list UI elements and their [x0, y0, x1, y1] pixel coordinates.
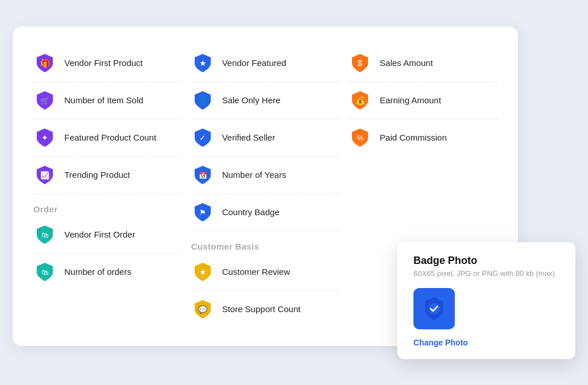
customer-review-label: Customer Review [222, 267, 290, 277]
list-item[interactable]: ★ Customer Review [191, 254, 340, 291]
verified-seller-icon: ✓ [191, 126, 214, 149]
number-of-years-label: Number of Years [222, 170, 287, 180]
change-photo-link[interactable]: Change Photo [413, 338, 468, 347]
list-item[interactable]: ⚑ Country Badge [191, 194, 340, 231]
list-item[interactable]: 🛒 Number of Item Sold [33, 82, 182, 119]
svg-text:✓: ✓ [199, 133, 206, 142]
badge-photo-card: Badge Photo 60X65 pixel, JPG or PNG with… [397, 242, 575, 359]
trending-product-label: Trending Product [64, 170, 130, 180]
featured-product-count-label: Featured Product Count [64, 133, 156, 142]
paid-commission-icon: % [349, 126, 372, 149]
vendor-featured-label: Vendor Featured [222, 58, 287, 68]
list-item[interactable]: 👤 Sale Only Here [191, 82, 340, 119]
list-item[interactable]: % Paid Commission [349, 119, 497, 156]
svg-text:🛍: 🛍 [41, 268, 49, 277]
svg-text:✦: ✦ [41, 133, 48, 142]
badge-photo-title: Badge Photo [413, 255, 559, 267]
number-of-orders-icon: 🛍 [33, 260, 56, 283]
paid-commission-label: Paid Commission [380, 133, 447, 142]
svg-text:⚑: ⚑ [199, 208, 206, 217]
badge-photo-subtitle: 60X65 pixel, JPG or PNG with 80 kb (max) [413, 269, 559, 278]
vendor-featured-icon: ★ [191, 52, 214, 75]
list-item[interactable]: 🎁 Vendor First Product [33, 45, 182, 82]
svg-text:📅: 📅 [198, 171, 207, 180]
svg-text:📈: 📈 [40, 170, 50, 180]
number-of-item-sold-label: Number of Item Sold [64, 95, 144, 105]
customer-review-icon: ★ [191, 260, 214, 283]
svg-text:🎁: 🎁 [40, 59, 51, 68]
order-section-title: Order [33, 204, 182, 214]
sale-only-here-label: Sale Only Here [222, 95, 281, 105]
list-item[interactable]: 🛍 Vendor First Order [33, 216, 182, 254]
earning-amount-icon: 💰 [349, 89, 372, 112]
svg-text:💬: 💬 [198, 305, 208, 314]
list-item[interactable]: 🛍 Number of orders [33, 254, 182, 290]
number-of-orders-label: Number of orders [64, 267, 131, 277]
country-badge-icon: ⚑ [191, 201, 214, 224]
vendor-first-product-label: Vendor First Product [64, 58, 143, 68]
svg-text:$: $ [358, 59, 362, 68]
svg-text:%: % [357, 134, 364, 142]
svg-text:👤: 👤 [198, 96, 208, 106]
svg-text:★: ★ [199, 267, 206, 277]
vendor-first-order-label: Vendor First Order [64, 230, 135, 239]
badge-photo-preview [413, 288, 455, 329]
column-1: 🎁 Vendor First Product 🛒 Number of Item … [33, 45, 182, 328]
list-item[interactable]: 📈 Trending Product [33, 157, 182, 194]
list-item[interactable]: 💰 Earning Amount [349, 82, 497, 119]
customer-basis-section-title: Customer Basis [191, 242, 340, 251]
list-item[interactable]: ✓ Verified Seller [191, 119, 340, 157]
list-item[interactable]: 📅 Number of Years [191, 157, 340, 194]
vendor-first-product-icon: 🎁 [33, 52, 56, 75]
sales-amount-icon: $ [349, 52, 372, 75]
number-of-years-icon: 📅 [191, 164, 214, 186]
list-item[interactable]: ★ Vendor Featured [191, 45, 340, 82]
svg-text:🛍: 🛍 [41, 231, 49, 239]
svg-text:💰: 💰 [355, 96, 366, 106]
store-support-count-icon: 💬 [191, 298, 214, 321]
list-item[interactable]: 💬 Store Support Count [191, 291, 340, 328]
main-container: 🎁 Vendor First Product 🛒 Number of Item … [13, 26, 575, 359]
column-2: ★ Vendor Featured 👤 Sale Only Here [191, 45, 340, 328]
number-of-item-sold-icon: 🛒 [33, 89, 56, 112]
list-item[interactable]: ✦ Featured Product Count [33, 119, 182, 157]
list-item[interactable]: $ Sales Amount [349, 45, 497, 82]
sales-amount-label: Sales Amount [380, 58, 433, 68]
earning-amount-label: Earning Amount [380, 95, 441, 105]
svg-text:★: ★ [199, 59, 206, 68]
verified-seller-label: Verified Seller [222, 133, 276, 142]
trending-product-icon: 📈 [33, 164, 56, 186]
store-support-count-label: Store Support Count [222, 304, 301, 314]
vendor-first-order-icon: 🛍 [33, 223, 56, 246]
featured-product-count-icon: ✦ [33, 126, 56, 149]
sale-only-here-icon: 👤 [191, 89, 214, 112]
country-badge-label: Country Badge [222, 207, 280, 217]
svg-text:🛒: 🛒 [40, 96, 50, 106]
